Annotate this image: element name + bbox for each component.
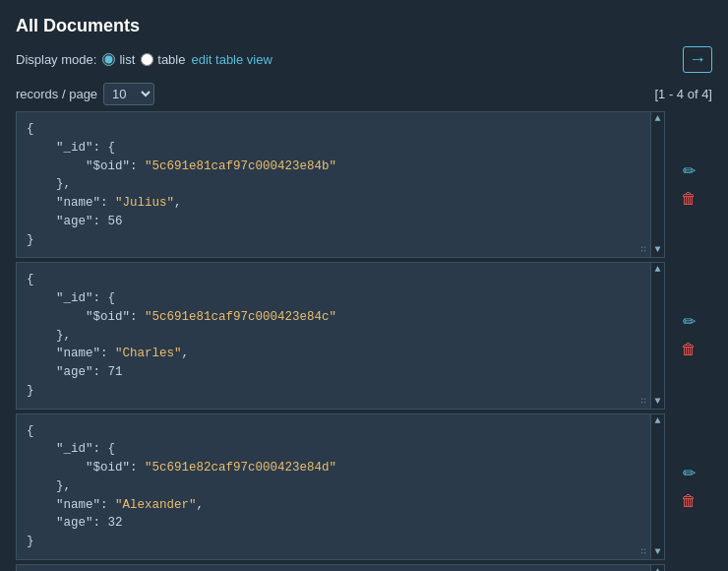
list-radio[interactable] [102,53,115,66]
table-row: { "_id": { "$oid": "5c691e81caf97c000423… [16,262,712,409]
edit-icon-1: ✏ [683,161,696,180]
scrollbar-2[interactable]: ▲ ▼ [650,263,664,408]
trash-icon-3: 🗑 [681,492,697,510]
record-json-3: { "_id": { "$oid": "5c691e82caf97c000423… [16,413,665,560]
table-mode-label: table [157,52,185,67]
record-json-1: { "_id": { "$oid": "5c691e81caf97c000423… [16,111,665,258]
edit-table-view-link[interactable]: edit table view [191,52,272,67]
display-mode-label: Display mode: [16,52,96,67]
table-row: { "_id": { "$oid": "5c693a67d157750004bc… [16,564,712,571]
list-mode-option[interactable]: list [102,52,135,67]
record-actions-1: ✏ 🗑 [665,111,712,258]
top-pagination-bar: records / page 10 25 50 100 [1 - 4 of 4] [16,83,712,105]
display-mode-options: Display mode: list table edit table view… [16,52,273,67]
scroll-up-3[interactable]: ▲ [654,416,660,426]
scrollbar-3[interactable]: ▲ ▼ [650,414,664,559]
record-content-2: { "_id": { "$oid": "5c691e81caf97c000423… [27,271,654,400]
scroll-up-1[interactable]: ▲ [654,114,660,124]
edit-button-3[interactable]: ✏ [681,462,698,484]
resize-handle-1: ∷ [640,243,646,255]
scroll-up-2[interactable]: ▲ [654,265,660,275]
scroll-down-1[interactable]: ▼ [654,245,660,255]
delete-button-2[interactable]: 🗑 [679,339,698,360]
trash-icon-2: 🗑 [681,341,697,358]
table-radio[interactable] [141,53,153,66]
export-button[interactable]: → [683,46,712,73]
resize-handle-2: ∷ [640,395,646,407]
record-content-3: { "_id": { "$oid": "5c691e82caf97c000423… [27,422,654,551]
records-per-page-select-top[interactable]: 10 25 50 100 [103,83,154,105]
top-records-per-page: records / page 10 25 50 100 [16,83,154,105]
table-mode-option[interactable]: table [141,52,185,67]
record-json-4: { "_id": { "$oid": "5c693a67d157750004bc… [16,564,665,571]
trash-icon-1: 🗑 [681,190,697,208]
scrollbar-1[interactable]: ▲ ▼ [650,112,664,257]
record-actions-4: ✏ 🗑 [665,564,712,571]
records-list: { "_id": { "$oid": "5c691e81caf97c000423… [16,111,712,571]
edit-button-2[interactable]: ✏ [681,310,698,333]
list-mode-label: list [119,52,135,67]
edit-icon-3: ✏ [683,464,696,482]
resize-handle-3: ∷ [640,545,646,557]
delete-button-1[interactable]: 🗑 [679,188,698,210]
record-json-2: { "_id": { "$oid": "5c691e81caf97c000423… [16,262,665,409]
display-mode-bar: Display mode: list table edit table view… [16,46,712,73]
delete-button-3[interactable]: 🗑 [679,490,698,512]
scroll-down-2[interactable]: ▼ [654,397,660,407]
table-row: { "_id": { "$oid": "5c691e82caf97c000423… [16,413,712,560]
record-actions-3: ✏ 🗑 [665,413,712,560]
page-title: All Documents [16,16,712,36]
scroll-up-4[interactable]: ▲ [654,567,660,571]
table-row: { "_id": { "$oid": "5c691e81caf97c000423… [16,111,712,258]
edit-button-1[interactable]: ✏ [681,159,698,182]
edit-icon-2: ✏ [683,312,696,331]
scroll-down-3[interactable]: ▼ [654,547,660,557]
top-pagination-count: [1 - 4 of 4] [654,87,712,101]
record-actions-2: ✏ 🗑 [665,262,712,409]
records-per-page-label-top: records / page [16,87,97,101]
record-content-1: { "_id": { "$oid": "5c691e81caf97c000423… [27,120,654,249]
scrollbar-4[interactable]: ▲ ▼ [650,565,664,571]
